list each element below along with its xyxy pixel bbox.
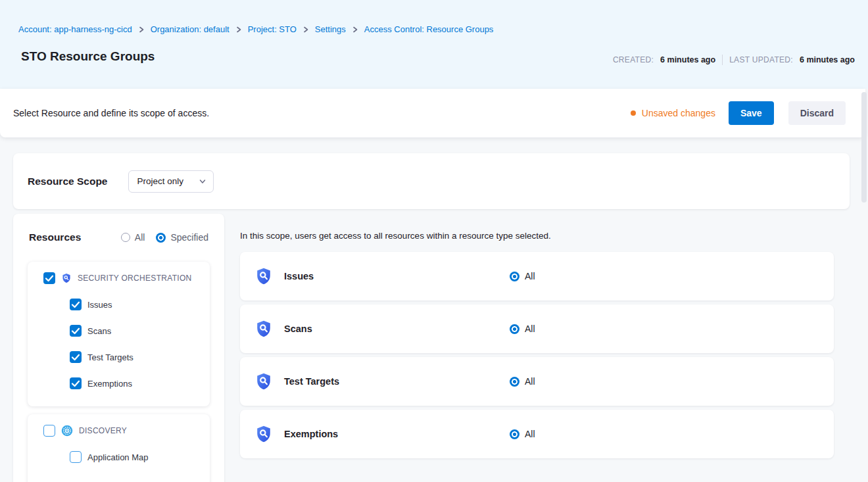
breadcrumb-account[interactable]: Account: app-harness-ng-cicd	[18, 24, 132, 34]
created-label: CREATED:	[613, 55, 654, 64]
resource-row-scans: Scans All	[240, 304, 834, 353]
action-toolbar: Select Resource and define its scope of …	[0, 89, 865, 137]
unsaved-dot-icon	[631, 110, 636, 116]
exemptions-checkbox[interactable]	[70, 377, 82, 389]
scope-description: In this scope, users get access to all r…	[240, 231, 551, 241]
all-radio[interactable]	[510, 272, 519, 281]
breadcrumb-organization[interactable]: Organization: default	[151, 24, 229, 34]
shield-search-icon	[254, 372, 273, 391]
access-all-label: All	[525, 324, 535, 334]
resource-row-test-targets: Test Targets All	[240, 357, 834, 406]
application-map-checkbox[interactable]	[70, 451, 82, 463]
resource-row-exemptions: Exemptions All	[240, 410, 834, 458]
chevron-right-icon	[302, 26, 309, 33]
resource-scope-card: Resource Scope Project only	[13, 153, 850, 209]
resource-scope-dropdown[interactable]: Project only	[128, 170, 214, 193]
breadcrumb-resource-groups[interactable]: Access Control: Resource Groups	[364, 24, 494, 34]
child-label: Exemptions	[87, 379, 132, 389]
resource-row-issues: Issues All	[240, 252, 834, 301]
shield-search-icon	[61, 273, 72, 283]
breadcrumb-settings[interactable]: Settings	[315, 24, 346, 34]
resource-row-label: Scans	[284, 324, 312, 334]
issues-checkbox[interactable]	[70, 299, 82, 310]
radio-icon[interactable]	[121, 233, 130, 242]
child-label: Application Map	[87, 452, 149, 462]
radio-specified-label: Specified	[170, 232, 208, 243]
security-orchestration-checkbox[interactable]	[43, 272, 55, 284]
last-updated-value: 6 minutes ago	[800, 55, 855, 64]
all-radio[interactable]	[510, 324, 519, 334]
page-header: Account: app-harness-ng-cicd Organizatio…	[0, 0, 868, 89]
child-label: Issues	[87, 300, 112, 310]
shield-search-icon	[254, 425, 273, 443]
save-button[interactable]: Save	[729, 101, 774, 125]
toolbar-description: Select Resource and define its scope of …	[13, 108, 209, 118]
test-targets-checkbox[interactable]	[70, 351, 82, 363]
timestamps: CREATED: 6 minutes ago LAST UPDATED: 6 m…	[613, 55, 855, 65]
chevron-right-icon	[352, 26, 358, 33]
resources-mode-all-radio[interactable]: All	[121, 232, 145, 243]
unsaved-changes-status: Unsaved changes	[631, 108, 715, 118]
shield-search-icon	[254, 267, 273, 285]
discard-button[interactable]: Discard	[788, 101, 846, 125]
scans-checkbox[interactable]	[70, 325, 82, 337]
unsaved-changes-label: Unsaved changes	[642, 108, 715, 118]
chevron-right-icon	[235, 26, 242, 33]
resources-title: Resources	[29, 231, 81, 243]
shield-search-icon	[254, 320, 273, 338]
group-label: SECURITY ORCHESTRATION	[78, 274, 192, 283]
page-title: STO Resource Groups	[21, 49, 155, 64]
resource-scope-label: Resource Scope	[28, 176, 107, 187]
chevron-down-icon	[199, 178, 206, 185]
discovery-group-card: DISCOVERY Application Map	[28, 414, 210, 482]
child-label: Test Targets	[87, 352, 133, 362]
resource-row-label: Exemptions	[284, 429, 338, 439]
target-icon	[61, 425, 73, 437]
resources-panel: Resources All Specified SECURITY ORCHEST…	[13, 214, 224, 482]
vertical-scrollbar[interactable]	[861, 92, 867, 203]
all-radio[interactable]	[510, 377, 519, 387]
access-all-label: All	[525, 376, 535, 387]
created-value: 6 minutes ago	[660, 55, 715, 64]
resource-scope-selected-value: Project only	[137, 176, 183, 186]
access-all-label: All	[525, 429, 535, 439]
group-label: DISCOVERY	[79, 426, 127, 435]
child-label: Scans	[87, 326, 111, 336]
radio-all-label: All	[135, 232, 145, 243]
divider	[722, 55, 723, 65]
resource-row-label: Issues	[284, 271, 314, 281]
access-all-label: All	[525, 271, 535, 281]
all-radio[interactable]	[510, 429, 519, 439]
chevron-right-icon	[138, 26, 145, 33]
discovery-checkbox[interactable]	[43, 425, 55, 437]
last-updated-label: LAST UPDATED:	[729, 55, 793, 64]
security-orchestration-group-card: SECURITY ORCHESTRATION Issues Scans Test…	[28, 262, 210, 406]
resources-mode-specified-radio[interactable]: Specified	[156, 232, 208, 243]
radio-selected-icon[interactable]	[156, 233, 166, 243]
breadcrumb: Account: app-harness-ng-cicd Organizatio…	[18, 24, 493, 34]
breadcrumb-project[interactable]: Project: STO	[248, 24, 297, 34]
resource-row-label: Test Targets	[284, 376, 339, 387]
